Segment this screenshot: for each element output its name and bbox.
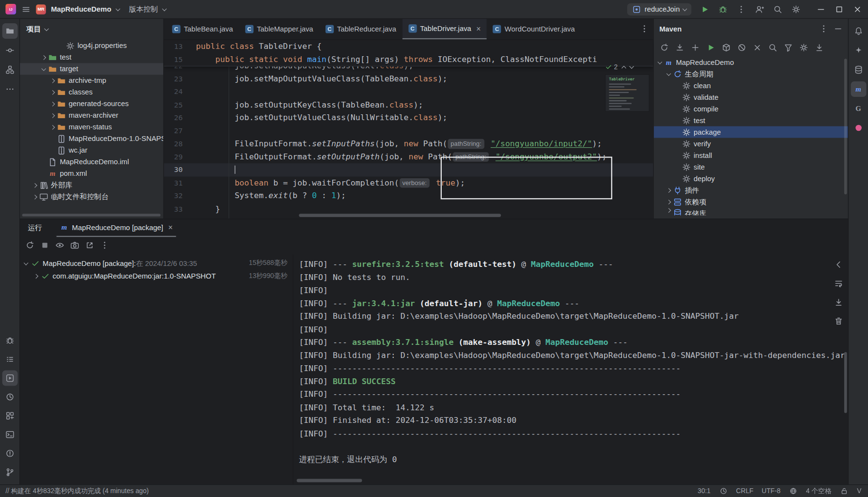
tool-button-commit[interactable] [2,43,17,58]
tree-item[interactable]: site [654,161,848,173]
chevron-right-icon[interactable] [50,78,55,83]
status-indent[interactable]: 4 个空格 [806,486,832,496]
tree-item[interactable]: 依赖项 [654,196,848,208]
editor-tabs-more-icon[interactable] [640,24,649,33]
tree-item[interactable]: wc.jar [20,144,163,156]
tree-item[interactable]: target [20,63,163,75]
maven-download-sources-button[interactable] [673,41,686,54]
add-user-button[interactable] [755,4,765,15]
project-horizontal-scrollbar[interactable] [22,214,161,217]
tool-button-ai-assistant[interactable] [851,43,866,58]
editor-tab[interactable]: CTableReducer.java [319,19,402,39]
editor-tab[interactable]: CTableDriver.java× [403,19,487,39]
tool-button-debug[interactable] [2,333,18,348]
tool-button-services[interactable] [2,408,18,423]
tool-button-problems[interactable] [2,446,18,461]
maven-detach-button[interactable] [751,41,763,54]
maven-collapse-all-button[interactable] [813,41,825,54]
tree-item[interactable]: 生命周期 [654,68,848,80]
main-menu-icon[interactable] [21,4,31,15]
run-watch-button[interactable] [53,239,66,252]
chevron-right-icon[interactable] [32,194,37,199]
maven-scrollbar[interactable] [844,59,847,194]
editor-tab[interactable]: CTableMapper.java [239,19,320,39]
tree-item[interactable]: test [654,115,848,126]
chevron-down-icon[interactable] [629,64,634,69]
options-button[interactable] [819,24,828,33]
tool-button-terminal[interactable] [2,427,18,442]
chevron-right-icon[interactable] [50,124,55,129]
maven-profiles-button[interactable] [782,41,794,54]
tree-item[interactable]: maven-status [20,121,163,133]
tool-button-plugin[interactable] [851,120,866,136]
run-stop-button[interactable] [38,239,51,252]
close-icon[interactable]: × [168,223,172,232]
close-button[interactable] [852,4,863,15]
tool-button-database[interactable] [851,62,866,78]
run-rerun-button[interactable] [23,239,36,252]
console-hide-panel-button[interactable] [832,258,845,271]
status-line-separator[interactable]: CRLF [736,487,754,495]
minimize-button[interactable] [816,4,826,15]
console-horizontal-scrollbar[interactable] [297,479,362,482]
run-tree-item[interactable]: com.atguigu:MapReduceDemo:jar:1.0-SNAPSH… [20,270,293,282]
tool-button-notifications[interactable] [851,23,866,39]
hide-button[interactable] [834,24,842,33]
tree-item[interactable]: 临时文件和控制台 [20,191,163,202]
tool-button-version-control[interactable] [2,465,18,480]
chevron-right-icon[interactable] [50,113,55,118]
status-vim-mode[interactable]: V [857,487,861,495]
chevron-down-icon[interactable] [24,260,29,265]
run-config-selector[interactable]: reduceJoin [627,3,691,15]
console-vertical-scrollbar[interactable] [844,352,847,413]
maximize-button[interactable] [834,4,844,15]
tree-item[interactable]: classes [20,86,163,98]
tree-item[interactable]: compile [654,103,848,115]
chevron-down-icon[interactable] [41,66,46,71]
chevron-up-icon[interactable] [621,65,626,70]
inspections-widget[interactable]: 2 [605,62,633,72]
search-everywhere-button[interactable] [773,4,783,15]
tool-button-todo[interactable] [2,352,18,367]
tree-item[interactable]: archive-tmp [20,75,163,86]
tree-item[interactable]: log4j.properties [20,40,163,51]
console-scroll-to-end-button[interactable] [832,295,845,309]
tool-button-run[interactable] [2,371,18,386]
chevron-right-icon[interactable] [33,274,38,279]
maven-run-goal-button[interactable] [704,41,717,54]
tree-item[interactable]: deploy [654,173,848,185]
tree-item[interactable]: 外部库 [20,179,163,191]
chevron-right-icon[interactable] [666,208,671,213]
run-export-button[interactable] [83,239,96,252]
tool-button-gradle[interactable]: G [851,101,866,116]
tree-item[interactable]: 存储库 [654,208,848,216]
chevron-right-icon[interactable] [666,200,671,204]
chevron-down-icon[interactable] [666,71,671,76]
maven-reload-projects-button[interactable] [658,41,670,54]
maven-search-goal-button[interactable] [766,41,779,54]
vcs-widget[interactable]: 版本控制 [129,4,157,15]
run-screenshot-button[interactable] [68,239,81,252]
run-tab[interactable]: m MapReduceDemo [package] × [57,219,176,237]
tool-button-structure[interactable] [2,62,17,78]
tree-item[interactable]: MapReduceDemo-1.0-SNAPSHOT-jar [20,133,163,144]
chevron-down-icon[interactable] [657,60,662,64]
tool-button-more-tools[interactable] [2,81,17,97]
maven-execute-goal-button[interactable] [720,41,732,54]
console-soft-wrap-button[interactable] [832,277,845,290]
status-history[interactable] [719,487,728,496]
editor-tab[interactable]: CTableBean.java [166,19,239,39]
chevron-right-icon[interactable] [41,55,46,60]
debug-button[interactable] [718,4,728,15]
tree-item[interactable]: mMapReduceDemo [654,57,848,68]
chevron-right-icon[interactable] [666,188,671,193]
tree-item[interactable]: verify [654,138,848,150]
minimap[interactable]: TableDriver [605,74,649,112]
more-button[interactable] [736,4,746,15]
tool-button-profiler[interactable] [2,389,18,404]
tool-button-maven[interactable]: m [851,81,866,97]
status-write-access[interactable] [840,487,849,496]
chevron-right-icon[interactable] [32,183,37,187]
run-more-button[interactable] [98,239,111,252]
tree-item[interactable]: generated-sources [20,98,163,109]
